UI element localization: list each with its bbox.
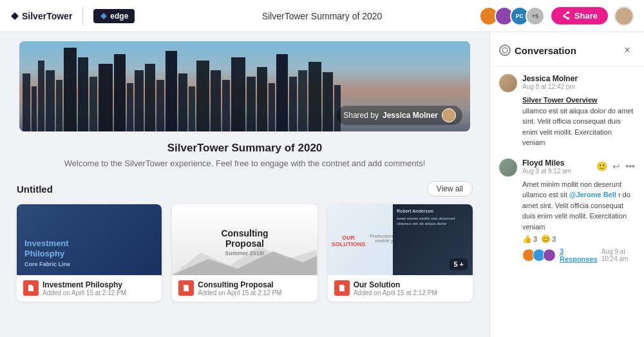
share-icon — [562, 12, 571, 21]
card-info-consulting: Consulting Proposal Added on April 15 at… — [172, 275, 317, 302]
reaction-smile[interactable]: 😊 3 — [541, 235, 556, 244]
sharer-name: Jessica Molner — [383, 111, 438, 120]
chat-icon — [499, 44, 511, 56]
card-thumb-line1: Investment — [24, 238, 70, 249]
smile-emoji: 😊 — [541, 235, 551, 244]
reaction-thumbsup[interactable]: 👍 3 — [522, 235, 537, 244]
app-header: SilverTower edge SilverTower Summary of … — [0, 0, 644, 32]
presentation-title: SilverTower Summary of 2020 — [17, 142, 473, 155]
card-investment[interactable]: Investment Philosphy Core Fabric Line In… — [17, 204, 162, 302]
avatar-stack: PC +5 — [479, 6, 545, 26]
card-thumb-plus: 5 + — [450, 258, 468, 270]
view-all-button[interactable]: View all — [427, 181, 473, 197]
card-info-solution: Our Solution Added on April 15 at 2:12 P… — [328, 275, 473, 302]
file-icon-investment — [23, 280, 39, 296]
solutions-header: OUR SOLUTIONS — [332, 232, 366, 247]
thumbsup-count: 3 — [533, 235, 537, 243]
card-date-consulting: Added on April 15 at 2:12 PM — [198, 289, 310, 296]
card-info-investment: Investment Philosphy Added on April 15 a… — [17, 275, 162, 302]
card-date-solution: Added on April 15 at 2:12 PM — [354, 289, 466, 296]
header-right-area: PC +5 Share — [479, 6, 634, 26]
edge-icon — [100, 12, 108, 20]
card-name-investment: Investment Philosphy — [43, 280, 155, 289]
message-header-jessica: Jessica Molner Aug 8 at 12:42 pm — [499, 74, 635, 92]
file-icon-solution — [334, 280, 350, 296]
floyd-meta: Floyd Miles Aug 9 at 9:12 am — [522, 159, 591, 175]
share-label: Share — [574, 11, 598, 21]
svg-marker-1 — [100, 13, 107, 19]
floyd-body: Amet minim mollit non deserunt ullamco e… — [499, 179, 635, 233]
thumbsup-emoji: 👍 — [522, 235, 532, 244]
sidebar-header-left: Conversation — [499, 44, 576, 56]
floyd-time: Aug 9 at 9:12 am — [522, 168, 591, 175]
silvertower-logo: SilverTower — [10, 11, 72, 21]
message-floyd: Floyd Miles Aug 9 at 9:12 am 🙂 ↩ ••• Ame… — [499, 159, 635, 264]
card-meta-solution: Our Solution Added on April 15 at 2:12 P… — [354, 280, 466, 296]
message-header-floyd: Floyd Miles Aug 9 at 9:12 am 🙂 ↩ ••• — [499, 159, 635, 177]
file-icon-consulting — [178, 280, 194, 296]
card-name-solution: Our Solution — [354, 280, 466, 289]
conversation-messages: Jessica Molner Aug 8 at 12:42 pm Silver … — [490, 66, 644, 337]
floyd-replies-row: 3 Responses Aug 9 at 10:24 am — [499, 247, 635, 263]
card-thumb-solution: OUR SOLUTIONS Professional advisors to e… — [328, 204, 473, 275]
card-solution[interactable]: OUR SOLUTIONS Professional advisors to e… — [328, 204, 473, 302]
jessica-avatar — [499, 74, 517, 92]
card-meta-consulting: Consulting Proposal Added on April 15 at… — [198, 280, 310, 296]
presentation-info: SilverTower Summary of 2020 Welcome to t… — [6, 142, 483, 302]
reply-avatar-3 — [543, 249, 556, 262]
svg-marker-0 — [11, 12, 19, 20]
consulting-title-line1: Consulting — [221, 228, 268, 238]
section-title: Untitled — [17, 184, 53, 195]
sidebar-header: Conversation × — [490, 32, 644, 66]
share-button[interactable]: Share — [551, 7, 608, 24]
floyd-name: Floyd Miles — [522, 159, 591, 168]
presentation-subtitle: Welcome to the SilverTower experience. F… — [17, 159, 473, 168]
jessica-time: Aug 8 at 12:42 pm — [522, 83, 635, 90]
floyd-actions: 🙂 ↩ ••• — [596, 161, 635, 171]
more-action-icon[interactable]: ••• — [625, 161, 635, 171]
floyd-reactions: 👍 3 😊 3 — [499, 235, 635, 244]
smile-count: 3 — [552, 235, 556, 243]
logo-area: SilverTower edge — [10, 7, 135, 25]
floyd-avatar — [499, 159, 517, 177]
card-consulting[interactable]: Consulting Proposal Summer 2018! Consult… — [172, 204, 317, 302]
jessica-name: Jessica Molner — [522, 74, 635, 83]
replies-time: Aug 9 at 10:24 am — [601, 248, 635, 262]
reply-avatars — [522, 249, 556, 262]
logo-text: SilverTower — [22, 11, 72, 21]
consulting-subtitle: Summer 2018! — [221, 250, 268, 256]
main-layout: Shared by Jessica Molner SilverTower Sum… — [0, 32, 644, 337]
message-jessica: Jessica Molner Aug 8 at 12:42 pm Silver … — [499, 74, 635, 148]
shared-by-text: Shared by — [343, 111, 379, 120]
card-meta-investment: Investment Philosphy Added on April 15 a… — [43, 280, 155, 296]
reply-action-icon[interactable]: ↩ — [612, 161, 620, 171]
user-avatar[interactable] — [614, 6, 634, 26]
cards-row: Investment Philosphy Core Fabric Line In… — [17, 204, 473, 302]
edge-label: edge — [110, 12, 128, 21]
close-button[interactable]: × — [620, 43, 635, 58]
conversation-title: Conversation — [515, 45, 576, 56]
jessica-meta: Jessica Molner Aug 8 at 12:42 pm — [522, 74, 635, 90]
emoji-action-icon[interactable]: 🙂 — [596, 161, 607, 171]
hero-image: Shared by Jessica Molner — [19, 41, 470, 131]
card-thumb-consulting: Consulting Proposal Summer 2018! — [172, 204, 317, 275]
svg-point-4 — [502, 48, 507, 53]
floyd-mention[interactable]: @Jerome Bell — [569, 191, 616, 198]
card-thumb-line2: Philosphy — [24, 249, 70, 260]
content-area: Shared by Jessica Molner SilverTower Sum… — [0, 32, 489, 337]
card-date-investment: Added on April 15 at 2:12 PM — [43, 289, 155, 296]
edge-badge: edge — [93, 9, 135, 23]
section-header: Untitled View all — [17, 181, 473, 197]
jessica-text: ullamco est sit aliqua dolor do amet sin… — [522, 107, 633, 147]
sharer-avatar — [442, 108, 456, 122]
card-name-consulting: Consulting Proposal — [198, 280, 310, 289]
logo-divider — [82, 7, 83, 25]
consulting-title-line2: Proposal — [221, 238, 268, 249]
solution-dark-text: Robert Anderson amet minim mollit non de… — [393, 204, 473, 231]
card-thumb-subline: Core Fabric Line — [24, 261, 70, 269]
conversation-sidebar: Conversation × Jessica Molner Aug 8 at 1… — [489, 32, 644, 337]
card-thumb-investment: Investment Philosphy Core Fabric Line — [17, 204, 162, 275]
jessica-link[interactable]: Silver Tower Overview — [522, 96, 598, 104]
page-title: SilverTower Summary of 2020 — [262, 11, 383, 21]
replies-link[interactable]: 3 Responses — [560, 247, 598, 263]
